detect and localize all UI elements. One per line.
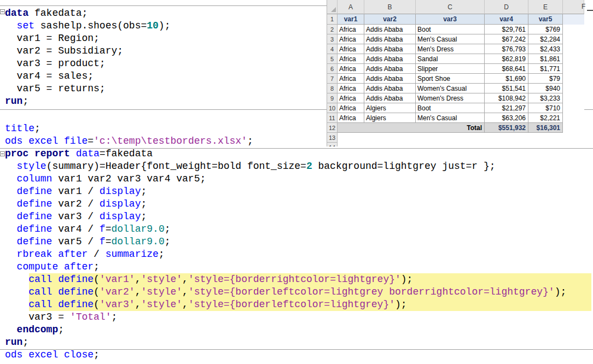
row-number[interactable]: 1 (327, 14, 338, 25)
report-cell[interactable]: Boot (416, 103, 485, 113)
code-line[interactable]: call define('var2','style','style={borde… (5, 286, 593, 298)
report-cell[interactable]: Africa (338, 93, 364, 103)
total-label-cell[interactable]: Total (338, 123, 485, 133)
report-cell[interactable]: Africa (338, 103, 364, 113)
report-header-cell[interactable]: var5 (528, 14, 563, 25)
report-cell[interactable]: $2,433 (528, 44, 563, 54)
report-cell[interactable]: $940 (528, 84, 563, 93)
report-cell[interactable]: $3,233 (528, 93, 563, 103)
report-cell[interactable]: $21,297 (485, 103, 528, 113)
row-number[interactable]: 12 (327, 123, 338, 133)
column-header-A[interactable]: A (338, 0, 364, 14)
row-number[interactable]: 10 (327, 103, 338, 113)
row-number[interactable]: 4 (327, 44, 338, 54)
report-cell[interactable]: Africa (338, 34, 364, 44)
report-cell[interactable]: $76,793 (485, 44, 528, 54)
row-number[interactable]: 3 (327, 34, 338, 44)
report-cell[interactable]: Addis Ababa (364, 84, 416, 93)
code-line[interactable]: call define('var1','style','style={borde… (5, 273, 593, 286)
row-number[interactable]: 9 (327, 93, 338, 103)
report-cell[interactable]: Sport Shoe (416, 74, 485, 84)
report-cell[interactable]: Africa (338, 44, 364, 54)
report-cell[interactable]: Addis Ababa (364, 74, 416, 84)
code-token (70, 148, 76, 159)
report-cell[interactable]: Sandal (416, 54, 485, 64)
report-cell[interactable]: Addis Ababa (364, 93, 416, 103)
report-cell[interactable]: Addis Ababa (364, 25, 416, 34)
code-line[interactable]: rbreak after / summarize; (5, 248, 593, 261)
report-cell[interactable]: $1,771 (528, 64, 563, 74)
row-number[interactable]: 14 (327, 143, 338, 146)
report-cell[interactable]: Men's Casual (416, 34, 485, 44)
column-header-D[interactable]: D (485, 0, 528, 14)
row-number[interactable]: 2 (327, 25, 338, 34)
fold-collapse-icon[interactable] (0, 9, 5, 14)
code-line[interactable]: define var3 / display; (5, 210, 593, 223)
report-cell[interactable]: Boot (416, 25, 485, 34)
row-number[interactable]: 13 (327, 133, 338, 143)
report-cell[interactable]: $68,641 (485, 64, 528, 74)
report-cell[interactable]: Algiers (364, 103, 416, 113)
report-cell[interactable]: Women's Dress (416, 93, 485, 103)
row-number[interactable]: 7 (327, 74, 338, 84)
total-value-cell[interactable]: $16,301 (528, 123, 563, 133)
report-cell[interactable]: Men's Casual (416, 113, 485, 123)
code-line[interactable]: var3 = 'Total'; (5, 311, 593, 324)
code-line[interactable]: call define('var3','style','style={borde… (5, 298, 593, 311)
report-cell[interactable]: Africa (338, 74, 364, 84)
column-header-C[interactable]: C (416, 0, 485, 14)
code-line[interactable]: define var5 / f=dollar9.0; (5, 236, 593, 248)
row-number[interactable]: 11 (327, 113, 338, 123)
report-cell[interactable]: Africa (338, 64, 364, 74)
report-cell[interactable]: Addis Ababa (364, 34, 416, 44)
report-header-cell[interactable]: var3 (416, 14, 485, 25)
report-cell[interactable]: Africa (338, 113, 364, 123)
report-cell[interactable]: Addis Ababa (364, 54, 416, 64)
report-cell[interactable]: Africa (338, 84, 364, 93)
code-line[interactable]: run; (5, 336, 593, 349)
code-line[interactable]: ods excel close; (5, 349, 593, 361)
report-cell[interactable]: Slipper (416, 64, 485, 74)
report-cell[interactable]: Africa (338, 54, 364, 64)
report-header-cell[interactable]: var4 (485, 14, 528, 25)
total-value-cell[interactable]: $551,932 (485, 123, 528, 133)
code-token: define (17, 198, 53, 209)
column-header-B[interactable]: B (364, 0, 416, 14)
report-cell[interactable]: $62,819 (485, 54, 528, 64)
report-cell[interactable]: Men's Dress (416, 44, 485, 54)
code-line[interactable]: proc report data=fakedata (5, 148, 593, 160)
report-cell[interactable]: Algiers (364, 113, 416, 123)
report-cell[interactable]: Africa (338, 25, 364, 34)
code-line[interactable]: column var1 var2 var3 var4 var5; (5, 173, 593, 185)
select-all-corner[interactable] (327, 0, 338, 14)
report-cell[interactable]: $1,861 (528, 54, 563, 64)
code-line[interactable]: define var2 / display; (5, 198, 593, 210)
report-cell[interactable]: $63,206 (485, 113, 528, 123)
column-header-f-partial[interactable]: F (582, 3, 585, 10)
code-line[interactable]: compute after; (5, 261, 593, 273)
report-cell[interactable]: Addis Ababa (364, 64, 416, 74)
row-number[interactable]: 8 (327, 84, 338, 93)
report-cell[interactable]: $79 (528, 74, 563, 84)
code-line[interactable]: define var1 / display; (5, 185, 593, 198)
report-cell[interactable]: Addis Ababa (364, 44, 416, 54)
code-line[interactable]: style(summary)=Header{font_weight=bold f… (5, 160, 593, 173)
report-cell[interactable]: $710 (528, 103, 563, 113)
column-header-E[interactable]: E (528, 0, 563, 14)
report-header-cell[interactable]: var1 (338, 14, 364, 25)
report-cell[interactable]: $67,242 (485, 34, 528, 44)
report-cell[interactable]: $2,284 (528, 34, 563, 44)
report-cell[interactable]: $108,942 (485, 93, 528, 103)
report-cell[interactable]: $2,221 (528, 113, 563, 123)
row-number[interactable]: 5 (327, 54, 338, 64)
report-cell[interactable]: $1,690 (485, 74, 528, 84)
row-number[interactable]: 6 (327, 64, 338, 74)
report-cell[interactable]: Women's Casual (416, 84, 485, 93)
report-cell[interactable]: $51,541 (485, 84, 528, 93)
fold-collapse-icon[interactable] (0, 151, 5, 156)
report-cell[interactable]: $29,761 (485, 25, 528, 34)
code-line[interactable]: define var4 / f=dollar9.0; (5, 223, 593, 236)
report-header-cell[interactable]: var2 (364, 14, 416, 25)
code-line[interactable]: endcomp; (5, 324, 593, 336)
report-cell[interactable]: $769 (528, 25, 563, 34)
